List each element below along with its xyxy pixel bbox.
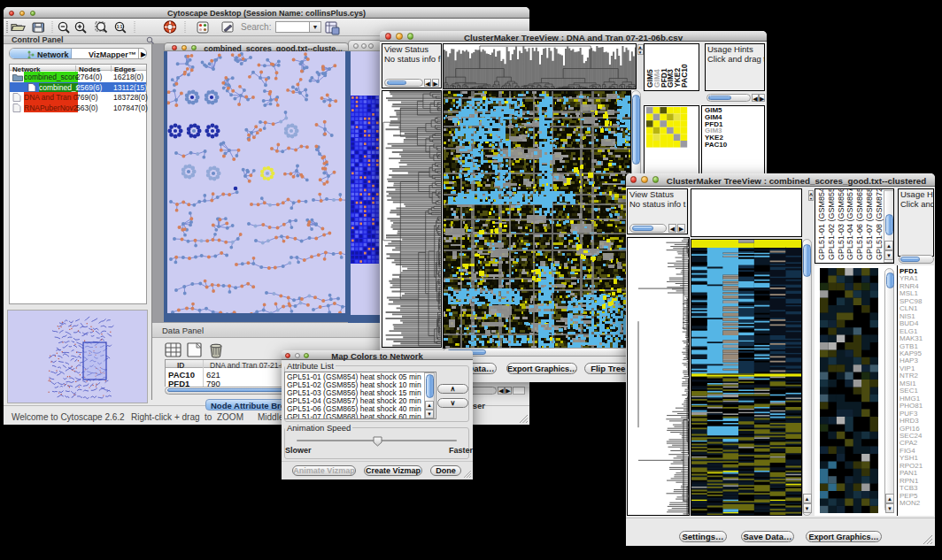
- svg-text:1:1: 1:1: [117, 25, 123, 29]
